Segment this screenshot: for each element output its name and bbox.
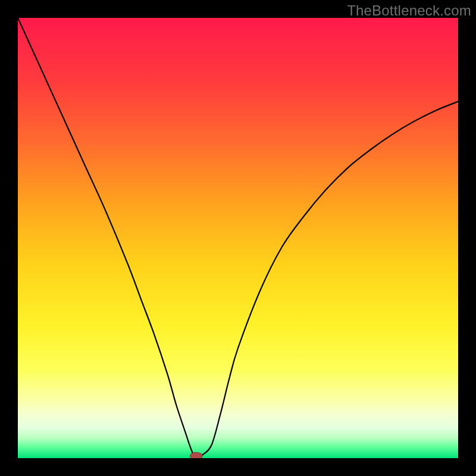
gradient-background	[18, 18, 458, 458]
watermark-text: TheBottleneck.com	[347, 2, 471, 19]
plot-area	[18, 18, 458, 458]
chart-svg	[18, 18, 458, 458]
optimum-marker	[190, 452, 202, 458]
chart-frame: TheBottleneck.com	[0, 0, 476, 476]
